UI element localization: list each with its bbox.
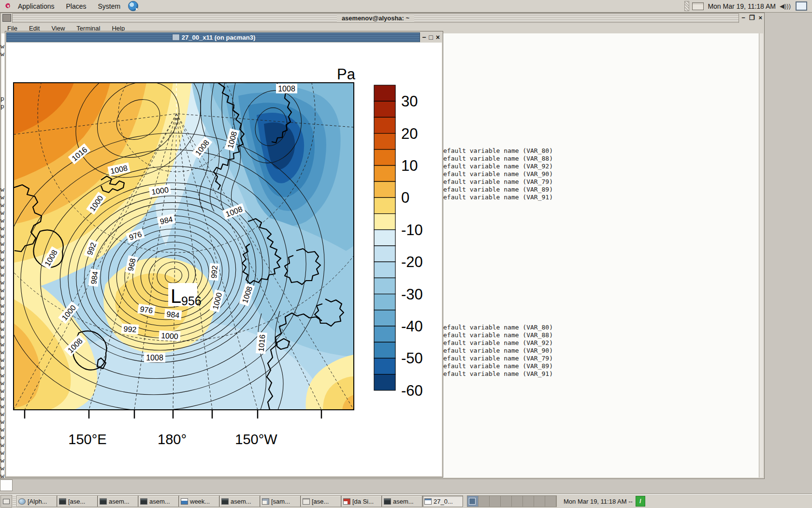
contour-label: 1000 <box>159 330 181 341</box>
terminal-clipped-char: w <box>0 395 4 402</box>
terminal-output-line: efault variable name (VAR_91) <box>443 370 553 377</box>
terminal-icon <box>140 498 147 505</box>
terminal-output-line: efault variable name (VAR_91) <box>443 194 553 201</box>
taskbar-button-ase[interactable]: [ase... <box>57 495 98 507</box>
svg-text:984: 984 <box>166 310 180 320</box>
terminal-clipped-char: w <box>0 271 4 278</box>
terminal-output-line: efault variable name (VAR_88) <box>443 155 553 162</box>
workspace-cell-8[interactable] <box>545 496 556 507</box>
terminal-title: asemenov@alyosha: ~ <box>337 15 414 22</box>
taskbar-button-alph[interactable]: [Alph... <box>16 495 57 507</box>
terminal-clipped-char: w <box>0 464 4 472</box>
colorbar-label: -50 <box>401 350 423 367</box>
terminal-output-line: efault variable name (VAR_88) <box>443 331 553 339</box>
colorbar-label: 20 <box>401 125 418 142</box>
cursor-icon: ➤ <box>135 6 139 12</box>
terminal-clipped-char: w <box>0 209 4 216</box>
terminal-clipped-char: p <box>0 95 4 102</box>
svg-text:956: 956 <box>181 294 202 308</box>
colorbar-label: -30 <box>401 286 423 303</box>
taskbar-button-asem[interactable]: asem... <box>219 495 260 507</box>
taskbar-button-label: week... <box>190 498 210 505</box>
terminal-titlebar[interactable]: asemenov@alyosha: ~ <box>12 14 739 23</box>
workspace-cell-3[interactable] <box>490 496 501 507</box>
terminal-clipped-char: w <box>0 186 4 193</box>
x11-titlebar[interactable]: 27_00_x11 (on pacman3) <box>6 32 420 42</box>
desktop: Applications Places System ➤ Mon Mar 19,… <box>0 0 812 508</box>
terminal-clipped-char: w <box>0 387 4 394</box>
terminal-restore-button[interactable]: ❐ <box>749 14 755 22</box>
panel-clock[interactable]: Mon Mar 19, 11:18 AM <box>708 2 776 10</box>
taskbar-button-week[interactable]: week... <box>179 495 219 507</box>
terminal-close-button[interactable]: × <box>758 14 762 22</box>
taskbar-button-asem[interactable]: asem... <box>138 495 179 507</box>
taskbar-button-label: asem... <box>109 498 130 505</box>
terminal-clipped-char: w <box>0 457 4 464</box>
terminal-clipped-char: w <box>0 341 4 348</box>
terminal-icon <box>100 498 107 505</box>
terminal-clipped-char: w <box>0 248 4 255</box>
taskbar-clock[interactable]: Mon Mar 19, 11:18 AM -- <box>564 498 633 505</box>
terminal-clipped-char: w <box>0 201 4 209</box>
x11-close-button[interactable]: × <box>436 33 440 41</box>
terminal-clipped-char: w <box>0 325 4 332</box>
terminal-output-line: efault variable name (VAR_79) <box>443 178 553 185</box>
taskbar-button-label: [da Si... <box>352 498 374 505</box>
colorbar-label: 10 <box>401 157 418 174</box>
taskbar-button-label: 27_0... <box>434 498 453 505</box>
menu-places[interactable]: Places <box>60 0 92 12</box>
workspace-cell-1[interactable] <box>467 496 478 507</box>
workspace-cell-4[interactable] <box>501 496 512 507</box>
menu-applications[interactable]: Applications <box>12 0 60 12</box>
terminal-clipped-char: w <box>0 333 4 340</box>
x11-window-title: 27_00_x11 (on pacman3) <box>182 34 255 41</box>
taskbar-button-asem[interactable]: asem... <box>382 495 422 507</box>
terminal-icon <box>221 498 229 505</box>
colorbar: 3020100-10-20-30-40-50-60 <box>374 85 423 399</box>
menu-system[interactable]: System <box>92 0 127 12</box>
runner-applet-icon[interactable]: / <box>636 496 645 507</box>
x11-window-icon <box>172 34 180 41</box>
terminal-output-line: efault variable name (VAR_89) <box>443 362 553 370</box>
volume-icon[interactable]: ◀))) <box>780 2 791 10</box>
workspace-cell-7[interactable] <box>534 496 545 507</box>
axis-label: 150°E <box>68 432 106 447</box>
taskbar-button-dasi[interactable]: [da Si... <box>341 495 382 507</box>
terminal-clipped-char: w <box>0 279 4 286</box>
terminal-clipped-char: w <box>0 50 4 58</box>
document-icon <box>181 498 188 505</box>
contour-label: 984 <box>164 309 182 320</box>
keyboard-indicator-icon[interactable] <box>692 2 704 10</box>
taskbar-button-ase[interactable]: [ase... <box>301 495 341 507</box>
terminal-minimize-button[interactable]: − <box>741 14 745 22</box>
taskbar-button-asem[interactable]: asem... <box>98 495 138 507</box>
window-fragment <box>0 479 13 491</box>
x11-plot-window: 27_00_x11 (on pacman3) − □ × <box>5 31 443 478</box>
show-desktop-button[interactable] <box>0 495 12 508</box>
show-desktop-icon <box>3 499 10 504</box>
svg-text:1008: 1008 <box>146 354 163 362</box>
terminal-clipped-char: w <box>0 403 4 410</box>
terminal-clipped-char: w <box>0 255 4 263</box>
taskbar-button-label: asem... <box>393 498 414 505</box>
workspace-cell-6[interactable] <box>523 496 534 507</box>
taskbar-button-sam[interactable]: [sam... <box>260 495 301 507</box>
browser-launcher-icon[interactable]: ➤ <box>128 1 138 11</box>
x11-maximize-button[interactable]: □ <box>429 33 433 41</box>
axis-label: 150°W <box>235 432 277 447</box>
terminal-clipped-char: w <box>0 194 4 201</box>
terminal-clipped-char: w <box>0 294 4 301</box>
taskbar-handle[interactable] <box>13 495 16 507</box>
terminal-output-line: efault variable name (VAR_92) <box>443 339 553 346</box>
workspace-cell-2[interactable] <box>478 496 490 507</box>
x11-minimize-button[interactable]: − <box>422 33 426 41</box>
terminal-scrollbar[interactable] <box>759 33 763 478</box>
taskbar-button-270[interactable]: 27_0... <box>422 495 463 507</box>
terminal-output-line: efault variable name (VAR_92) <box>443 163 553 170</box>
applet-handle[interactable] <box>684 1 689 11</box>
workspace-cell-5[interactable] <box>512 496 523 507</box>
debian-logo-icon[interactable] <box>4 2 12 10</box>
svg-text:1000: 1000 <box>161 331 179 341</box>
display-applet-icon[interactable] <box>796 1 807 11</box>
terminal-output-line: efault variable name (VAR_80) <box>443 324 553 331</box>
